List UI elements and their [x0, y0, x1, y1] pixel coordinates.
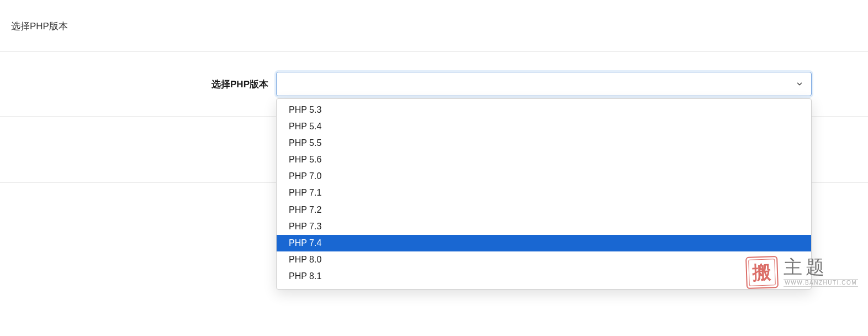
watermark-sub: WWW.BANZHUTI.COM [784, 279, 858, 287]
php-version-row: 选择PHP版本 PHP 5.3PHP 5.4PHP 5.5PHP 5.6PHP … [0, 52, 868, 117]
dropdown-option[interactable]: PHP 7.3 [277, 218, 811, 234]
dropdown-option[interactable]: PHP 7.0 [277, 168, 811, 185]
chevron-down-icon [796, 80, 803, 88]
dropdown-option[interactable]: PHP 7.2 [277, 201, 811, 218]
watermark-stamp: 搬 [745, 256, 779, 289]
watermark-main: 主题 [784, 258, 828, 277]
dropdown-option[interactable]: PHP 7.1 [277, 185, 811, 201]
php-version-select-wrapper: PHP 5.3PHP 5.4PHP 5.5PHP 5.6PHP 7.0PHP 7… [276, 72, 812, 96]
page-title: 选择PHP版本 [0, 0, 868, 52]
watermark: 搬 主题 WWW.BANZHUTI.COM [746, 256, 858, 288]
php-version-select[interactable] [276, 72, 812, 96]
php-version-dropdown[interactable]: PHP 5.3PHP 5.4PHP 5.5PHP 5.6PHP 7.0PHP 7… [276, 98, 812, 290]
dropdown-option[interactable]: PHP 8.0 [277, 251, 811, 268]
dropdown-option[interactable]: PHP 5.6 [277, 151, 811, 168]
dropdown-option[interactable]: PHP 5.4 [277, 118, 811, 134]
dropdown-option[interactable]: PHP 5.5 [277, 134, 811, 151]
dropdown-option[interactable]: PHP 8.1 [277, 268, 811, 285]
dropdown-option[interactable]: PHP 5.3 [277, 101, 811, 118]
dropdown-option[interactable]: PHP 7.4 [277, 235, 811, 251]
php-version-label: 选择PHP版本 [0, 78, 276, 91]
watermark-text: 主题 WWW.BANZHUTI.COM [784, 258, 858, 287]
